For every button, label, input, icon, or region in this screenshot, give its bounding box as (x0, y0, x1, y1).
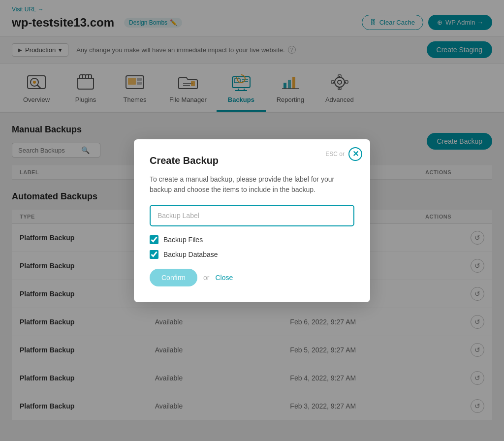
modal-actions: Confirm or Close (150, 269, 354, 286)
modal-overlay: ESC or ✕ Create Backup To create a manua… (0, 0, 504, 441)
backup-files-checkbox[interactable] (150, 235, 158, 244)
modal-title: Create Backup (150, 155, 354, 166)
create-backup-modal: ESC or ✕ Create Backup To create a manua… (134, 139, 370, 302)
backup-files-label: Backup Files (163, 236, 203, 244)
modal-description: To create a manual backup, please provid… (150, 174, 354, 195)
backup-database-row: Backup Database (150, 250, 354, 259)
backup-database-checkbox[interactable] (150, 250, 158, 259)
close-link-button[interactable]: Close (215, 274, 233, 282)
esc-label: ESC or (325, 151, 345, 158)
backup-files-row: Backup Files (150, 235, 354, 244)
modal-close-row: ESC or ✕ (325, 147, 362, 161)
backup-database-label: Backup Database (163, 251, 218, 258)
or-text: or (203, 274, 209, 282)
backup-label-input[interactable] (150, 205, 354, 226)
modal-close-button[interactable]: ✕ (348, 147, 362, 161)
confirm-button[interactable]: Confirm (150, 269, 197, 286)
